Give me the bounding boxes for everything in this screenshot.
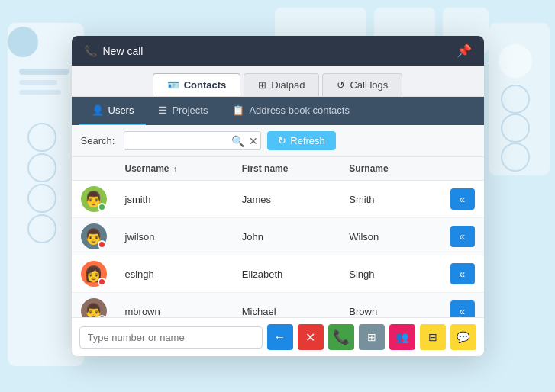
table-row: 👨 mbrown Michael Brown « [72,293,484,318]
dialpad-tab-icon: ⊞ [258,79,266,91]
firstname-cell: John [233,218,340,255]
clear-button[interactable]: ✕ [298,324,324,350]
bottom-bar: ← ✕ 📞 ⊞ 👥 ⊟ 💬 [72,317,484,356]
contact-table-wrap: Username ↑ First name Surname 👨 [72,157,484,317]
sort-arrow: ↑ [173,165,177,173]
surname-cell: Smith [340,181,440,218]
sub-tab-projects[interactable]: ☰ Projects [146,97,220,125]
search-bar: Search: 🔍 ✕ ↻ Refresh [72,125,484,157]
call-action-cell: « [441,293,484,318]
svg-point-6 [28,154,56,182]
call-action-cell: « [441,218,484,255]
voicemail-button[interactable]: ⊟ [420,324,446,350]
svg-rect-1 [489,23,550,175]
username-cell: jsmith [116,181,233,218]
sub-tab-addressbook[interactable]: 📋 Address book contacts [220,97,362,125]
svg-point-8 [28,215,56,243]
firstname-cell: Michael [233,293,340,318]
addressbook-icon: 📋 [232,104,244,116]
table-row: 👨 jsmith James Smith « [72,181,484,218]
contact-table: Username ↑ First name Surname 👨 [72,157,484,317]
call-button[interactable]: 📞 [328,324,354,350]
search-icon-button[interactable]: 🔍 [231,135,244,147]
call-row-button[interactable]: « [450,188,475,210]
avatar-wrap: 👩 [81,261,107,287]
refresh-button[interactable]: ↻ Refresh [267,131,336,150]
tab-nav: 🪪 Contacts ⊞ Dialpad ↺ Call logs [72,66,484,97]
svg-point-15 [502,114,529,142]
svg-point-16 [502,143,529,171]
status-dot [98,240,106,249]
firstname-cell: Elizabeth [233,255,340,293]
svg-point-7 [28,185,56,212]
username-cell: esingh [116,255,233,293]
col-avatar [72,157,116,181]
projects-icon: ☰ [158,104,167,116]
avatar-wrap: 👨 [81,186,107,212]
contacts-tab-icon: 🪪 [167,79,179,91]
col-username[interactable]: Username ↑ [116,157,233,181]
window-title: New call [103,45,144,57]
sub-tab-users[interactable]: 👤 Users [79,97,147,125]
svg-point-12 [8,27,38,57]
surname-cell: Wilson [340,218,440,255]
table-row: 👨 jwilson John Wilson « [72,218,484,255]
sub-tab-nav: 👤 Users ☰ Projects 📋 Address book contac… [72,97,484,125]
col-action [441,157,484,181]
table-row: 👩 esingh Elizabeth Singh « [72,255,484,293]
call-row-button[interactable]: « [450,300,475,317]
status-dot [98,278,106,286]
table-header-row: Username ↑ First name Surname [72,157,484,181]
col-firstname[interactable]: First name [233,157,340,181]
call-row-button[interactable]: « [450,226,475,247]
refresh-icon: ↻ [278,135,286,146]
search-input-wrap: 🔍 ✕ [124,131,261,150]
contact-table-body: 👨 jsmith James Smith « 👨 jwilson John Wi… [72,181,484,318]
call-action-cell: « [441,255,484,293]
avatar-cell: 👨 [72,293,116,318]
titlebar: 📞 New call 📌 [72,36,484,66]
conference-button[interactable]: 👥 [389,324,415,350]
number-input[interactable] [79,326,263,349]
svg-point-5 [28,124,56,151]
status-dot [98,203,106,211]
svg-rect-11 [19,90,61,95]
svg-rect-10 [19,80,57,85]
phone-icon: 📞 [84,45,97,57]
surname-cell: Brown [340,293,440,318]
avatar-cell: 👨 [72,218,116,255]
tab-contacts[interactable]: 🪪 Contacts [153,73,241,96]
svg-point-14 [502,85,529,113]
search-label: Search: [81,135,115,146]
titlebar-left: 📞 New call [84,45,144,57]
svg-rect-9 [19,69,69,75]
backspace-button[interactable]: ← [267,324,293,350]
avatar-cell: 👩 [72,255,116,293]
svg-point-13 [499,44,532,78]
users-icon: 👤 [92,104,104,116]
main-window: 📞 New call 📌 🪪 Contacts ⊞ Dialpad ↺ Call… [72,36,484,356]
tab-calllogs[interactable]: ↺ Call logs [322,73,402,96]
status-dot [98,315,106,317]
avatar-cell: 👨 [72,181,116,218]
search-clear-button[interactable]: ✕ [249,135,258,147]
call-action-cell: « [441,181,484,218]
message-button[interactable]: 💬 [450,324,476,350]
tab-dialpad[interactable]: ⊞ Dialpad [244,73,319,96]
calllogs-tab-icon: ↺ [337,79,345,91]
avatar-wrap: 👨 [81,298,107,317]
username-cell: mbrown [116,293,233,318]
transfer-button[interactable]: ⊞ [359,324,385,350]
surname-cell: Singh [340,255,440,293]
call-row-button[interactable]: « [450,263,475,284]
avatar-wrap: 👨 [81,223,107,249]
col-surname[interactable]: Surname [340,157,440,181]
pin-icon[interactable]: 📌 [457,43,472,58]
firstname-cell: James [233,181,340,218]
username-cell: jwilson [116,218,233,255]
